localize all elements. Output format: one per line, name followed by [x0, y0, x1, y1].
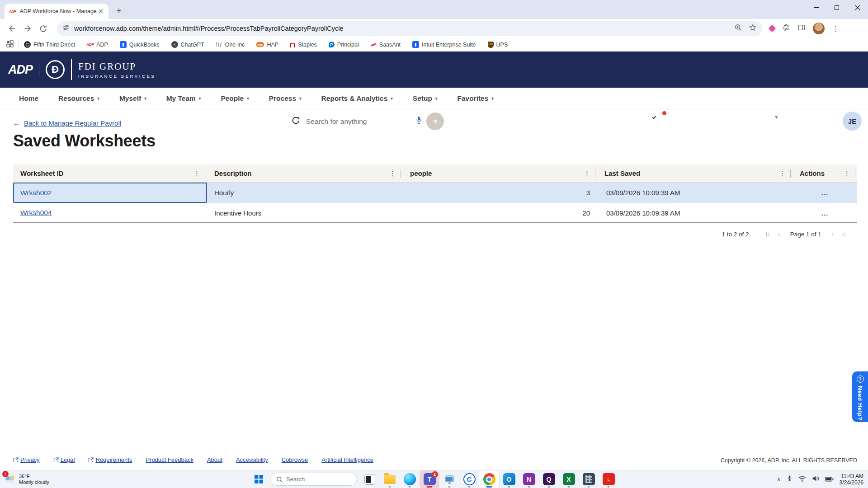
- column-menu-icon[interactable]: ⋮: [584, 170, 590, 177]
- footer-link-artificial-intelligence[interactable]: Artificial Intelligence: [321, 456, 373, 463]
- browser-tab[interactable]: ADP ADP Workforce Now - Manage: [5, 4, 108, 19]
- footer-link-cobrowse[interactable]: Cobrowse: [282, 456, 308, 463]
- first-page-button[interactable]: ‹: [766, 230, 770, 238]
- side-panel-icon[interactable]: [797, 23, 806, 33]
- bookmark-staples[interactable]: Staples: [290, 42, 317, 48]
- apps-grid-icon[interactable]: [6, 40, 14, 49]
- browser-profile-avatar[interactable]: [813, 23, 825, 34]
- column-header-actions[interactable]: Actions ⋮: [793, 164, 857, 182]
- company-name: FDI GROUP: [78, 61, 156, 72]
- bookmark-intuit[interactable]: Intuit Enterprise Suite: [412, 41, 476, 48]
- column-header-worksheet-id[interactable]: Worksheet ID ⋮: [13, 164, 207, 182]
- bookmark-chatgpt[interactable]: ChatGPT: [171, 41, 204, 48]
- teams-button[interactable]: 1: [420, 470, 439, 488]
- footer-link-about[interactable]: About: [207, 456, 222, 463]
- zoom-icon[interactable]: [734, 23, 742, 33]
- tray-overflow-icon[interactable]: ∧: [777, 476, 781, 482]
- onenote-button[interactable]: [519, 470, 539, 488]
- nav-reports-analytics[interactable]: Reports & Analytics▾: [311, 88, 403, 109]
- saasant-icon: [371, 42, 377, 47]
- back-icon[interactable]: [5, 22, 19, 35]
- worksheet-id-cell[interactable]: Wrksh004: [13, 203, 207, 222]
- c-app-button[interactable]: [459, 470, 479, 488]
- footer-link-legal[interactable]: Legal: [53, 456, 75, 463]
- bookmark-principal[interactable]: Principal: [329, 42, 359, 48]
- column-menu-icon[interactable]: ⋮: [389, 170, 396, 177]
- task-view-button[interactable]: [360, 470, 380, 488]
- volume-icon[interactable]: [812, 475, 819, 483]
- extensions-puzzle-icon[interactable]: [782, 23, 790, 33]
- calculator-button[interactable]: [579, 470, 599, 488]
- url-text[interactable]: workforcenow.adp.com/theme/admin.html#/P…: [74, 25, 734, 32]
- window-maximize-button[interactable]: [826, 0, 847, 15]
- site-info-icon[interactable]: [62, 24, 70, 33]
- media-app-button[interactable]: [439, 470, 459, 488]
- search-icon: [276, 476, 283, 483]
- bookmark-quickbooks[interactable]: QuickBooks: [120, 41, 160, 48]
- last-page-button[interactable]: ›: [842, 230, 845, 238]
- table-row[interactable]: Wrksh004 Incentive Hours 20 03/09/2026 1…: [13, 203, 857, 223]
- worksheet-id-cell[interactable]: Wrksh002: [13, 183, 207, 203]
- table-row[interactable]: Wrksh002 Hourly 3 03/09/2026 10:09:39 AM…: [13, 183, 857, 203]
- window-close-button[interactable]: [847, 0, 868, 15]
- nav-myself[interactable]: Myself▾: [109, 88, 156, 109]
- wifi-icon[interactable]: [798, 475, 806, 483]
- taskbar-clock[interactable]: 11:43 AM 3/24/2026: [840, 473, 863, 486]
- acrobat-button[interactable]: [599, 470, 618, 488]
- nav-setup[interactable]: Setup▾: [403, 88, 448, 109]
- previous-page-button[interactable]: ‹: [778, 230, 780, 238]
- bookmark-hap[interactable]: HAP: [256, 42, 278, 48]
- new-tab-button[interactable]: +: [113, 5, 125, 17]
- q-app-button[interactable]: [539, 470, 559, 488]
- start-button[interactable]: [250, 470, 268, 488]
- external-link-icon: [13, 457, 19, 463]
- column-menu-icon[interactable]: ⋮: [844, 170, 850, 177]
- column-menu-icon[interactable]: ⋮: [193, 170, 200, 177]
- nav-people[interactable]: People▾: [211, 88, 259, 109]
- next-page-button[interactable]: ›: [831, 230, 834, 238]
- url-bar[interactable]: workforcenow.adp.com/theme/admin.html#/P…: [57, 21, 762, 36]
- nav-home[interactable]: Home: [9, 88, 48, 109]
- footer-link-product-feedback[interactable]: Product Feedback: [146, 456, 193, 463]
- taskbar-weather-widget[interactable]: 1 36°F Mostly cloudy: [4, 474, 71, 485]
- bookmark-one-inc[interactable]: One Inc: [216, 42, 245, 48]
- back-link[interactable]: ← Back to Manage Regular Payroll: [13, 119, 868, 127]
- nav-process[interactable]: Process▾: [259, 88, 311, 109]
- chrome-button[interactable]: [479, 470, 499, 488]
- excel-button[interactable]: [559, 470, 579, 488]
- nav-my-team[interactable]: My Team▾: [156, 88, 211, 109]
- worksheet-link[interactable]: Wrksh004: [20, 209, 52, 217]
- bookmark-star-icon[interactable]: [749, 23, 757, 33]
- edge-button[interactable]: [400, 470, 420, 488]
- column-header-last-saved[interactable]: Last Saved ⋮: [597, 164, 793, 182]
- footer-link-accessibility[interactable]: Accessibility: [236, 456, 268, 463]
- task-view-icon: [364, 474, 375, 485]
- tray-microphone-icon[interactable]: [787, 475, 793, 484]
- outlook-button[interactable]: [499, 470, 519, 488]
- tab-close-icon[interactable]: [97, 7, 105, 15]
- reload-icon[interactable]: [36, 22, 50, 35]
- file-explorer-button[interactable]: [380, 470, 400, 488]
- worksheet-link[interactable]: Wrksh002: [20, 189, 52, 197]
- nav-favorites[interactable]: Favorites▾: [447, 88, 503, 109]
- column-header-description[interactable]: Description ⋮: [207, 164, 403, 182]
- nav-resources[interactable]: Resources▾: [48, 88, 109, 109]
- taskbar-search-input[interactable]: [286, 476, 340, 483]
- row-actions-button[interactable]: ...: [821, 189, 829, 197]
- footer-link-privacy[interactable]: Privacy: [13, 456, 40, 463]
- bookmark-ups[interactable]: UPS: [488, 42, 508, 48]
- forward-icon[interactable]: [21, 22, 34, 35]
- row-actions-button[interactable]: ...: [821, 209, 829, 217]
- window-minimize-button[interactable]: [806, 0, 826, 15]
- need-help-button[interactable]: ? Need Help?: [852, 371, 868, 422]
- column-header-people[interactable]: people ⋮: [403, 164, 597, 182]
- bookmark-saasant[interactable]: SaasAnt: [371, 42, 401, 48]
- browser-menu-icon[interactable]: ⋮: [832, 24, 839, 33]
- pinned-extension-icon[interactable]: [769, 25, 776, 33]
- taskbar-search[interactable]: [270, 473, 357, 486]
- battery-icon[interactable]: [825, 475, 834, 483]
- column-menu-icon[interactable]: ⋮: [779, 170, 786, 177]
- bookmark-fifth-third[interactable]: Fifth Third Direct: [24, 41, 75, 48]
- bookmark-adp[interactable]: ADPADP: [87, 41, 108, 48]
- footer-link-requirements[interactable]: Requirements: [88, 456, 132, 463]
